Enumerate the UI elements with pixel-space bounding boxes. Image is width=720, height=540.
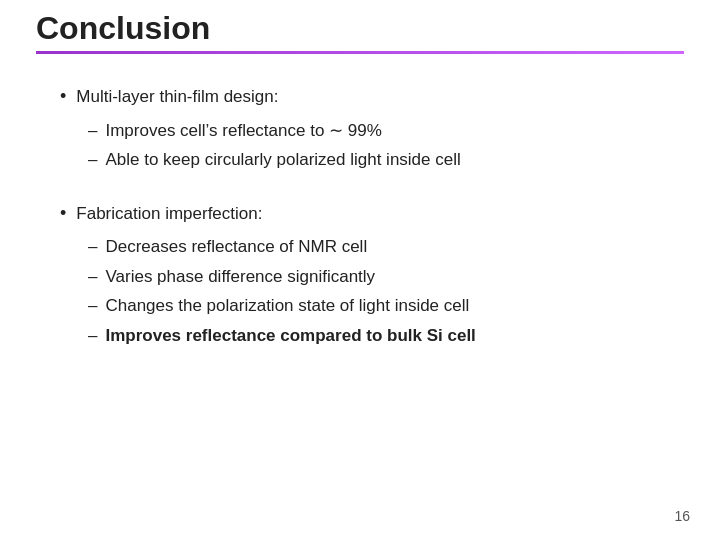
sub-item-2-1: – Decreases reflectance of NMR cell: [88, 234, 660, 260]
bullet-main-text-1: Multi-layer thin-film design:: [76, 84, 278, 110]
slide-content: • Multi-layer thin-film design: – Improv…: [0, 54, 720, 396]
slide-title: Conclusion: [36, 10, 684, 47]
sub-dash-2-3: –: [88, 293, 97, 319]
slide: Conclusion • Multi-layer thin-film desig…: [0, 0, 720, 540]
sub-dash-2-2: –: [88, 264, 97, 290]
sub-dash-1-1: –: [88, 118, 97, 144]
page-number: 16: [674, 508, 690, 524]
bullet-item-1: • Multi-layer thin-film design:: [60, 84, 660, 110]
bullet-section-2: • Fabrication imperfection: – Decreases …: [60, 201, 660, 349]
sub-items-2: – Decreases reflectance of NMR cell – Va…: [88, 234, 660, 348]
sub-dash-2-1: –: [88, 234, 97, 260]
bullet-item-2: • Fabrication imperfection:: [60, 201, 660, 227]
sub-text-2-1: Decreases reflectance of NMR cell: [105, 234, 367, 260]
sub-text-1-2: Able to keep circularly polarized light …: [105, 147, 460, 173]
sub-text-1-1: Improves cell’s reflectance to ∼ 99%: [105, 118, 381, 144]
sub-text-2-2: Varies phase difference significantly: [105, 264, 375, 290]
bullet-main-text-2: Fabrication imperfection:: [76, 201, 262, 227]
bullet-section-1: • Multi-layer thin-film design: – Improv…: [60, 84, 660, 173]
sub-item-1-2: – Able to keep circularly polarized ligh…: [88, 147, 660, 173]
sub-text-2-3: Changes the polarization state of light …: [105, 293, 469, 319]
sub-text-2-4: Improves reflectance compared to bulk Si…: [105, 323, 475, 349]
sub-item-2-2: – Varies phase difference significantly: [88, 264, 660, 290]
sub-items-1: – Improves cell’s reflectance to ∼ 99% –…: [88, 118, 660, 173]
bullet-dot-2: •: [60, 201, 66, 226]
sub-dash-1-2: –: [88, 147, 97, 173]
sub-item-1-1: – Improves cell’s reflectance to ∼ 99%: [88, 118, 660, 144]
sub-item-2-4: – Improves reflectance compared to bulk …: [88, 323, 660, 349]
sub-dash-2-4: –: [88, 323, 97, 349]
slide-header: Conclusion: [0, 0, 720, 54]
bullet-dot-1: •: [60, 84, 66, 109]
sub-item-2-3: – Changes the polarization state of ligh…: [88, 293, 660, 319]
